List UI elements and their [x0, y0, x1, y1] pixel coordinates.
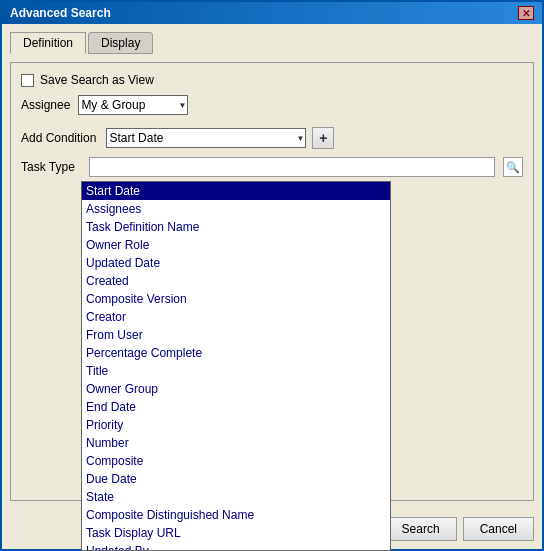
assignee-dropdown-wrapper: My & Group My Group All — [78, 95, 188, 115]
condition-select-wrapper: Start Date Assignees Task Definition Nam… — [106, 128, 306, 148]
list-item[interactable]: From User — [82, 326, 390, 344]
list-item[interactable]: Created — [82, 272, 390, 290]
list-item[interactable]: Title — [82, 362, 390, 380]
list-item[interactable]: Owner Group — [82, 380, 390, 398]
list-item[interactable]: Updated By — [82, 542, 390, 551]
list-item[interactable]: Number — [82, 434, 390, 452]
cancel-button[interactable]: Cancel — [463, 517, 534, 541]
list-item[interactable]: Composite Distinguished Name — [82, 506, 390, 524]
save-search-row: Save Search as View — [21, 73, 523, 87]
tab-definition[interactable]: Definition — [10, 32, 86, 54]
magnifier-icon: 🔍 — [506, 161, 520, 174]
save-search-label: Save Search as View — [40, 73, 154, 87]
add-condition-button[interactable]: + — [312, 127, 334, 149]
search-button[interactable]: Search — [385, 517, 457, 541]
assignee-select[interactable]: My & Group My Group All — [78, 95, 188, 115]
tab-bar: Definition Display — [10, 32, 534, 54]
list-item[interactable]: End Date — [82, 398, 390, 416]
title-bar: Advanced Search ✕ — [2, 2, 542, 24]
close-icon: ✕ — [522, 8, 530, 19]
window-title: Advanced Search — [10, 6, 111, 20]
list-item[interactable]: Due Date — [82, 470, 390, 488]
task-type-label: Task Type — [21, 160, 81, 174]
list-item[interactable]: Composite Version — [82, 290, 390, 308]
dropdown-list[interactable]: Start Date Assignees Task Definition Nam… — [81, 181, 391, 551]
add-icon: + — [319, 130, 327, 146]
task-type-row: Task Type 🔍 — [21, 157, 523, 177]
list-item[interactable]: Composite — [82, 452, 390, 470]
list-item[interactable]: Updated Date — [82, 254, 390, 272]
list-item[interactable]: Owner Role — [82, 236, 390, 254]
list-item[interactable]: State — [82, 488, 390, 506]
task-type-search-button[interactable]: 🔍 — [503, 157, 523, 177]
list-item[interactable]: Start Date — [82, 182, 390, 200]
list-item[interactable]: Priority — [82, 416, 390, 434]
add-condition-label: Add Condition — [21, 131, 96, 145]
main-area: Task Type 🔍 Start Date Assignees Task De… — [21, 157, 523, 490]
content-area: Definition Display Save Search as View A… — [2, 24, 542, 509]
list-item[interactable]: Creator — [82, 308, 390, 326]
list-item[interactable]: Task Display URL — [82, 524, 390, 542]
add-condition-row: Add Condition Start Date Assignees Task … — [21, 127, 523, 149]
advanced-search-window: Advanced Search ✕ Definition Display Sav… — [0, 0, 544, 551]
condition-select[interactable]: Start Date Assignees Task Definition Nam… — [106, 128, 306, 148]
list-item[interactable]: Task Definition Name — [82, 218, 390, 236]
list-item[interactable]: Assignees — [82, 200, 390, 218]
assignee-label: Assignee — [21, 98, 70, 112]
list-item[interactable]: Percentage Complete — [82, 344, 390, 362]
definition-panel: Save Search as View Assignee My & Group … — [10, 62, 534, 501]
tab-display[interactable]: Display — [88, 32, 153, 54]
save-search-checkbox[interactable] — [21, 74, 34, 87]
close-button[interactable]: ✕ — [518, 6, 534, 20]
assignee-row: Assignee My & Group My Group All — [21, 95, 523, 115]
task-type-input[interactable] — [89, 157, 495, 177]
